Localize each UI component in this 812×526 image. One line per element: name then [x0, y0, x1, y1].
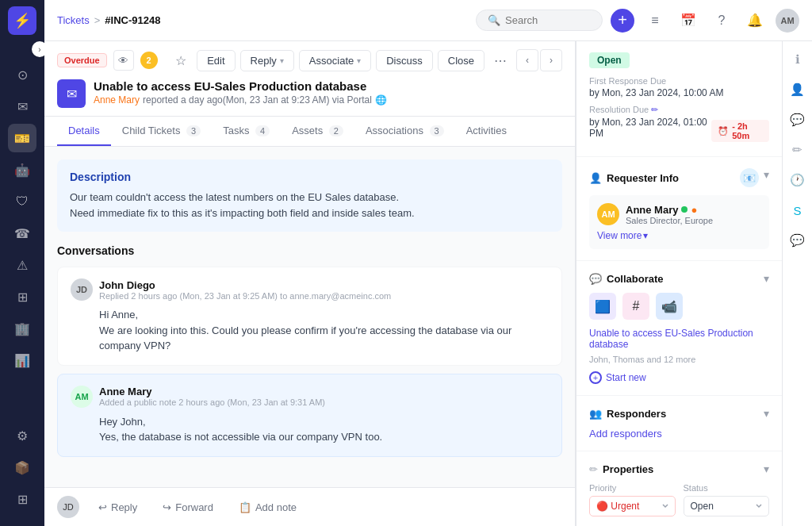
left-navigation: ⚡ › ⊙ ✉ 🎫 🤖 🛡 ☎ ⚠ ⊞ 🏢 📊 ⚙ 📦 ⊞	[0, 0, 44, 526]
prev-ticket-button[interactable]: ‹	[516, 49, 538, 71]
resolution-value: by Mon, 23 Jan 2024, 01:00 PM	[589, 117, 711, 139]
user-avatar[interactable]: AM	[776, 9, 799, 33]
tab-tasks[interactable]: Tasks 4	[212, 117, 281, 146]
ticket-actions: ☆ Edit Reply ▾ Associate ▾ Discuss	[170, 49, 562, 71]
reply-button[interactable]: Reply ▾	[240, 50, 294, 71]
rail-icon-grid[interactable]: ⊞	[8, 485, 36, 513]
requester-name: Anne Mary ●	[626, 204, 713, 216]
add-note-action-button[interactable]: 📋 Add note	[232, 498, 303, 516]
start-new-button[interactable]: + Start new	[589, 371, 769, 384]
teams-icon[interactable]: 🟦	[589, 293, 616, 320]
breadcrumb-tickets[interactable]: Tickets	[57, 14, 90, 26]
tab-details[interactable]: Details	[57, 117, 111, 146]
rail-icon-layers[interactable]: ⊞	[8, 282, 36, 311]
view-more-button[interactable]: View more ▾	[597, 230, 761, 241]
star-icon[interactable]: ☆	[170, 49, 192, 71]
requester-section: 👤 Requester Info 📧 ▾ AM	[576, 157, 782, 261]
edit-resolution-icon[interactable]: ✏	[651, 105, 658, 114]
properties-section: ✏ Properties ▾ Priority 🔴 Urgent 🟡 Mediu…	[576, 451, 782, 526]
far-right-rail: ℹ 👤 💬 ✏ 🕐 S 💬	[782, 41, 812, 526]
close-button[interactable]: Close	[438, 50, 485, 71]
info-icon[interactable]: ℹ	[786, 48, 810, 71]
bell-icon[interactable]: 🔔	[742, 8, 768, 33]
main-content: Description Our team couldn't access the…	[44, 147, 575, 487]
conv-name-anne: Anne Mary	[99, 386, 325, 397]
requester-toggle[interactable]: ▾	[764, 168, 769, 187]
overdue-badge: Overdue	[57, 53, 107, 67]
watch-icon[interactable]: 👁	[113, 50, 134, 71]
slack-icon[interactable]: #	[622, 293, 649, 320]
chat-icon[interactable]: 💬	[786, 108, 810, 132]
edit-button[interactable]: Edit	[197, 50, 235, 71]
next-ticket-button[interactable]: ›	[540, 49, 562, 71]
collaborate-toggle[interactable]: ▾	[764, 272, 769, 285]
rail-icon-building[interactable]: 🏢	[8, 314, 36, 343]
conversations-title: Conversations	[57, 244, 562, 257]
collaborate-section: 💬 Collaborate ▾ 🟦 # 📹 Unable to access E…	[576, 261, 782, 396]
priority-select[interactable]: 🔴 Urgent 🟡 Medium 🟢 Low	[589, 496, 676, 516]
breadcrumb: Tickets > #INC-91248	[57, 14, 160, 26]
first-response-label: First Response Due	[589, 76, 769, 86]
forward-action-button[interactable]: ↪ Forward	[156, 498, 220, 516]
associate-button[interactable]: Associate ▾	[299, 50, 371, 71]
rail-icon-home[interactable]: ⊙	[8, 60, 36, 89]
note-icon: 📋	[239, 501, 251, 513]
online-indicator	[681, 206, 688, 213]
resolution-overdue-badge: ⏰ - 2h 50m	[711, 120, 769, 142]
forward-icon: ↪	[163, 501, 171, 513]
list-icon[interactable]: ≡	[642, 8, 668, 33]
calendar-icon[interactable]: 📅	[676, 8, 701, 33]
responders-icon: 👥	[589, 408, 602, 420]
ticket-tabs: Details Child Tickets 3 Tasks 4 Assets 2…	[44, 117, 575, 147]
rail-icon-box[interactable]: 📦	[8, 453, 36, 482]
ticket-title: Unable to access EU-Sales Production dat…	[94, 79, 387, 93]
properties-row-1: Priority 🔴 Urgent 🟡 Medium 🟢 Low Status …	[589, 483, 769, 516]
rail-icon-bot[interactable]: 🤖	[8, 155, 36, 184]
tab-associations[interactable]: Associations 3	[354, 117, 455, 146]
requester-role: Sales Director, Europe	[626, 216, 713, 225]
priority-label: Priority	[589, 483, 676, 493]
ticket-author[interactable]: Anne Mary	[94, 94, 140, 106]
rail-icon-email[interactable]: ✉	[8, 92, 36, 121]
rail-icon-shield[interactable]: 🛡	[8, 187, 36, 216]
rail-icon-chart[interactable]: 📊	[8, 346, 36, 374]
add-responders-button[interactable]: Add responders	[589, 428, 769, 440]
rail-icon-alert[interactable]: ⚠	[8, 251, 36, 279]
conv-time-john: Replied 2 hours ago (Mon, 23 Jan at 9:25…	[99, 291, 391, 301]
search-input[interactable]	[505, 14, 584, 26]
person-icon[interactable]: 👤	[786, 78, 810, 102]
properties-toggle[interactable]: ▾	[764, 463, 769, 475]
ticket-badges: Overdue 👁 2	[57, 50, 158, 71]
discuss-button[interactable]: Discuss	[376, 50, 433, 71]
rail-icon-phone[interactable]: ☎	[8, 219, 36, 248]
status-select[interactable]: Open Closed Pending	[684, 496, 770, 516]
tab-activities[interactable]: Activities	[455, 117, 518, 146]
reply-icon: ↩	[98, 501, 107, 513]
clock-icon[interactable]: 🕐	[786, 168, 810, 192]
zoom-icon[interactable]: 📹	[656, 293, 683, 320]
description-text: Our team couldn't access the latest numb…	[70, 190, 550, 221]
rail-icon-ticket[interactable]: 🎫	[8, 124, 36, 152]
app-logo[interactable]: ⚡	[8, 6, 36, 35]
tab-assets[interactable]: Assets 2	[281, 117, 354, 146]
help-icon[interactable]: ?	[709, 8, 734, 33]
chat-green-icon[interactable]: 💬	[786, 228, 810, 252]
portal-icon: 🌐	[375, 94, 387, 106]
search-box[interactable]: 🔍	[476, 10, 603, 31]
more-options-icon[interactable]: ⋯	[489, 49, 511, 71]
skype-icon[interactable]: S	[786, 198, 810, 222]
conversation-item-anne: AM Anne Mary Added a public note 2 hours…	[57, 374, 562, 457]
responders-toggle[interactable]: ▾	[764, 407, 769, 420]
edit-icon[interactable]: ✏	[786, 138, 810, 162]
add-button[interactable]: +	[611, 9, 634, 33]
description-card: Description Our team couldn't access the…	[57, 159, 562, 232]
reply-bar: JD ↩ Reply ↪ Forward 📋 Add note	[44, 487, 575, 526]
tab-child-tickets[interactable]: Child Tickets 3	[111, 117, 212, 146]
reply-action-button[interactable]: ↩ Reply	[92, 498, 144, 516]
requester-action-icon[interactable]: 📧	[740, 168, 759, 187]
responders-title: Responders	[607, 408, 666, 420]
collab-link[interactable]: Unable to access EU-Sales Production dat…	[589, 328, 769, 350]
collaborate-icon: 💬	[589, 273, 602, 285]
rail-icon-gear[interactable]: ⚙	[8, 421, 36, 450]
ticket-meta-text: reported a day ago(Mon, 23 Jan at 9:23 A…	[143, 94, 372, 106]
